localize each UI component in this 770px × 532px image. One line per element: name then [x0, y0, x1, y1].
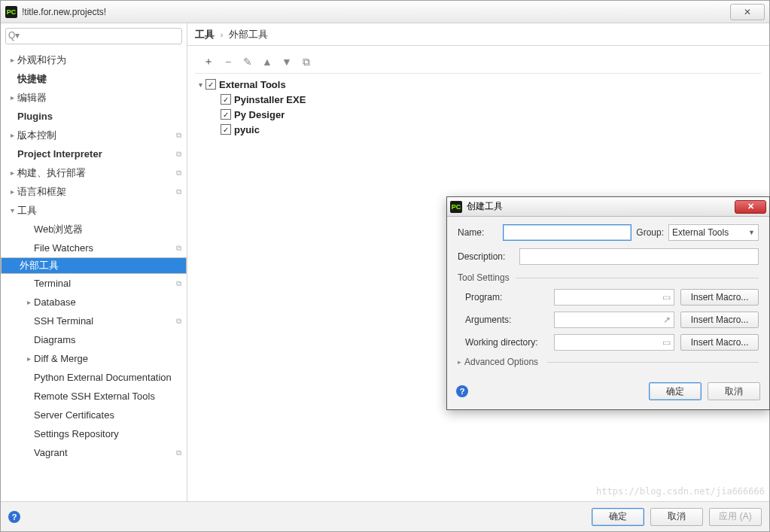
name-input[interactable] [503, 224, 632, 241]
sidebar-item[interactable]: Web浏览器 [1, 220, 187, 239]
copy-icon[interactable]: ⧉ [300, 56, 312, 68]
sidebar-item[interactable]: Project Interpreter⧉ [1, 144, 187, 163]
sidebar-item[interactable]: ▸Diff & Merge [1, 349, 187, 368]
settings-main: 工具 › 外部工具 ＋ − ✎ ▲ ▼ ⧉ ▾ ✓ External To [187, 23, 769, 501]
create-tool-dialog: PC 创建工具 ✕ Name: Group: External Tools ▼ [446, 196, 770, 410]
working-dir-insert-macro-button[interactable]: Insert Macro... [680, 334, 759, 351]
sidebar-item-label: 版本控制 [17, 129, 176, 142]
tool-item-label: Py Desiger [234, 109, 285, 120]
arguments-insert-macro-button[interactable]: Insert Macro... [680, 312, 759, 328]
sidebar-item[interactable]: Settings Repository [1, 424, 187, 443]
sidebar-item-label: Database [34, 296, 176, 308]
window-close-button[interactable]: ✕ [730, 4, 765, 20]
sidebar-item[interactable]: ▸编辑器 [1, 88, 187, 107]
chevron-down-icon: ▾ [195, 81, 205, 89]
sidebar-item[interactable]: ▸Database [1, 293, 187, 312]
checkbox-icon[interactable]: ✓ [221, 109, 231, 120]
sidebar-item[interactable]: 快捷键 [1, 69, 187, 88]
settings-tree: ▸外观和行为快捷键▸编辑器Plugins▸版本控制⧉Project Interp… [1, 49, 187, 501]
cancel-button[interactable]: 取消 [650, 508, 703, 526]
sidebar-item-label: 语言和框架 [17, 185, 176, 199]
search-input[interactable] [5, 28, 182, 44]
dialog-titlebar: PC 创建工具 ✕ [447, 197, 769, 217]
sidebar-item[interactable]: File Watchers⧉ [1, 239, 187, 257]
arguments-input[interactable]: ↗ [554, 312, 674, 328]
advanced-options-toggle[interactable]: ▸ Advanced Options [458, 357, 759, 367]
move-down-icon[interactable]: ▼ [281, 56, 293, 68]
dialog-help-icon[interactable]: ? [456, 385, 468, 397]
apply-button[interactable]: 应用 (A) [709, 508, 762, 526]
tool-item-row[interactable]: ✓Pyinstaller EXE [195, 92, 762, 107]
sidebar-item[interactable]: ▸版本控制⧉ [1, 126, 187, 144]
checkbox-icon[interactable]: ✓ [221, 124, 231, 135]
tool-group-label: External Tools [219, 79, 286, 90]
sidebar-item-label: Diagrams [34, 334, 176, 345]
sidebar-item-label: 外观和行为 [17, 53, 176, 67]
remove-icon[interactable]: − [222, 56, 234, 68]
ok-button[interactable]: 确定 [592, 508, 644, 526]
sidebar-item[interactable]: Diagrams [1, 330, 187, 349]
sidebar-item-label: Remote SSH External Tools [34, 391, 176, 402]
app-icon: PC [450, 201, 462, 213]
add-icon[interactable]: ＋ [202, 55, 215, 68]
tool-group-row[interactable]: ▾ ✓ External Tools [195, 77, 762, 92]
tool-item-row[interactable]: ✓Py Desiger [195, 107, 762, 122]
chevron-right-icon: ▸ [23, 298, 34, 306]
sidebar-item[interactable]: ▸语言和框架⧉ [1, 182, 187, 201]
watermark: https://blog.csdn.net/jia666666 [596, 486, 765, 497]
tool-item-row[interactable]: ✓pyuic [195, 122, 762, 137]
description-input[interactable] [519, 248, 759, 265]
group-select[interactable]: External Tools ▼ [668, 224, 759, 241]
sidebar-item-label: Plugins [17, 111, 176, 122]
tool-settings-section: Tool Settings [458, 272, 759, 283]
project-scope-icon: ⧉ [176, 244, 187, 253]
sidebar-item[interactable]: ▾工具 [1, 201, 187, 220]
settings-footer: ? 确定 取消 应用 (A) [1, 501, 769, 531]
settings-search: Q▾ [5, 28, 182, 44]
move-up-icon[interactable]: ▲ [261, 56, 273, 68]
external-tools-list: ▾ ✓ External Tools ✓Pyinstaller EXE✓Py D… [187, 74, 769, 140]
chevron-right-icon: ▸ [7, 93, 17, 102]
dialog-ok-button[interactable]: 确定 [649, 382, 702, 400]
sidebar-item[interactable]: ▸外观和行为 [1, 50, 187, 69]
program-input[interactable]: ▭ [554, 289, 674, 306]
working-dir-label: Working directory: [458, 337, 548, 348]
chevron-right-icon: ▸ [7, 169, 17, 177]
project-scope-icon: ⧉ [176, 448, 187, 458]
sidebar-item-label: Project Interpreter [17, 148, 176, 160]
checkbox-icon[interactable]: ✓ [205, 79, 216, 90]
sidebar-item[interactable]: SSH Terminal⧉ [1, 312, 187, 330]
search-icon: Q▾ [8, 30, 20, 41]
help-icon[interactable]: ? [8, 511, 20, 523]
edit-icon[interactable]: ✎ [242, 56, 254, 68]
program-label: Program: [458, 292, 548, 302]
sidebar-item-label: Terminal [34, 278, 176, 289]
sidebar-item-label: Web浏览器 [34, 223, 176, 236]
sidebar-item-label: Diff & Merge [34, 353, 176, 364]
checkbox-icon[interactable]: ✓ [221, 94, 231, 105]
sidebar-item-label: File Watchers [34, 242, 176, 254]
sidebar-item[interactable]: 外部工具 [1, 257, 187, 274]
name-label: Name: [458, 227, 498, 238]
folder-icon: ▭ [662, 337, 671, 348]
sidebar-item[interactable]: Vagrant⧉ [1, 443, 187, 462]
chevron-right-icon: ▸ [23, 354, 34, 363]
project-scope-icon: ⧉ [176, 131, 187, 140]
sidebar-item-label: 构建、执行部署 [17, 166, 176, 180]
sidebar-item-label: Settings Repository [34, 428, 176, 439]
sidebar-item[interactable]: Plugins [1, 107, 187, 126]
description-label: Description: [458, 251, 515, 262]
sidebar-item[interactable]: Terminal⧉ [1, 274, 187, 293]
project-scope-icon: ⧉ [176, 279, 187, 288]
tool-toolbar: ＋ − ✎ ▲ ▼ ⧉ [195, 50, 762, 74]
program-insert-macro-button[interactable]: Insert Macro... [680, 289, 759, 306]
sidebar-item[interactable]: Python External Documentation [1, 368, 187, 387]
sidebar-item[interactable]: Remote SSH External Tools [1, 387, 187, 406]
working-dir-input[interactable]: ▭ [554, 334, 674, 351]
sidebar-item[interactable]: ▸构建、执行部署⧉ [1, 163, 187, 182]
dialog-close-button[interactable]: ✕ [735, 200, 766, 214]
dialog-cancel-button[interactable]: 取消 [708, 382, 760, 400]
app-icon: PC [5, 6, 17, 18]
sidebar-item[interactable]: Server Certificates [1, 406, 187, 424]
tool-item-label: Pyinstaller EXE [234, 94, 306, 105]
